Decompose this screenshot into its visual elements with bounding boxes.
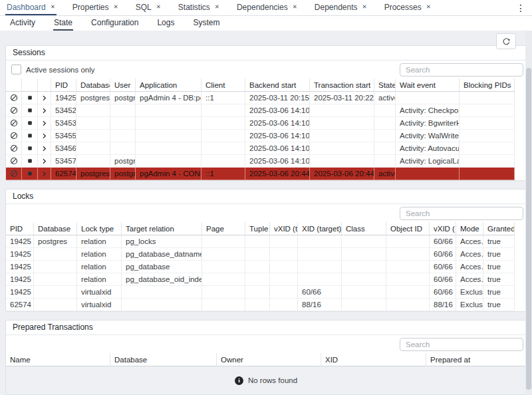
cancel-query-icon[interactable] [10,157,18,165]
table-row[interactable]: 19425relationpg_database60/66Acces…true [6,261,515,273]
terminate-session-icon[interactable] [26,170,34,178]
close-tab-icon[interactable]: ✕ [215,4,219,10]
refresh-button[interactable] [496,33,516,49]
table-row[interactable]: 62574virtualxid88/1688/16Exclusi…true [6,299,515,311]
terminate-session-icon[interactable] [26,132,34,140]
expand-row-icon[interactable] [41,120,48,127]
column-header-tuple[interactable]: Tuple [245,222,270,235]
cell: true [483,261,515,273]
scrollbar-thumb[interactable] [526,68,531,390]
tab-dependencies[interactable]: Dependencies✕ [235,0,299,15]
expand-row-icon[interactable] [41,107,48,114]
table-row[interactable]: 19425postgrespostgr…pgAdmin 4 - DB:post…… [6,92,515,104]
cell: 62574 [6,299,34,311]
sessions-search-input[interactable] [400,63,523,76]
cancel-query-icon[interactable] [10,119,18,127]
terminate-session-icon[interactable] [26,106,34,114]
tab-logs[interactable]: Logs [156,16,175,31]
column-header-database[interactable]: Database [76,78,110,92]
cell: 2025-03-11 20:15:46 … [245,92,310,104]
table-row[interactable]: 19425relationpg_database_datname_ind…60/… [6,248,515,261]
column-header-prepared-at[interactable]: Prepared at [426,353,526,366]
close-tab-icon[interactable]: ✕ [362,4,367,10]
column-header-pid[interactable]: PID [51,78,76,92]
column-header-wait-event[interactable]: Wait event [396,78,460,92]
locks-search-input[interactable] [400,207,523,220]
column-header-database[interactable]: Database [34,222,77,235]
column-header-target-relation[interactable]: Target relation [122,222,202,235]
terminate-session-icon[interactable] [26,157,34,165]
expand-row-icon[interactable] [41,158,48,165]
column-header-client[interactable]: Client [201,78,245,92]
column-header-xid-target-[interactable]: XID (target) [298,222,342,235]
tab-configuration[interactable]: Configuration [90,16,139,31]
kebab-menu-icon[interactable]: ⋮ [515,3,527,13]
table-row[interactable]: 53457postgr…2025-03-06 14:10:11 …Activit… [6,155,515,168]
column-header-mode[interactable]: Mode [456,222,483,235]
column-header-vxid-[interactable]: vXID (… [430,222,456,235]
cell: 88/16 [430,299,456,311]
expand-row-cell [38,104,51,117]
active-sessions-filter[interactable]: Active sessions only [11,65,95,74]
tab-state[interactable]: State [53,16,73,31]
expand-row-icon[interactable] [41,170,48,178]
table-row[interactable]: 534532025-03-06 14:10:11 …Activity: Bgwr… [6,117,515,130]
column-header-lock-type[interactable]: Lock type [77,222,122,235]
expand-row-icon[interactable] [41,132,48,140]
tab-statistics[interactable]: Statistics✕ [177,0,221,15]
tab-dashboard[interactable]: Dashboard✕ [5,0,57,15]
cancel-query-cell [6,130,22,142]
column-header-xid[interactable]: XID [321,353,426,366]
tab-dependents[interactable]: Dependents✕ [313,0,368,15]
cancel-query-icon[interactable] [10,106,18,114]
close-tab-icon[interactable]: ✕ [51,4,55,10]
table-row[interactable]: 19425relationpg_database_oid_index60/66A… [6,273,515,286]
table-row[interactable]: 534522025-03-06 14:10:11 …Activity: Chec… [6,104,515,117]
cell: relation [77,248,122,261]
terminate-session-icon[interactable] [26,144,34,152]
close-tab-icon[interactable]: ✕ [293,4,297,10]
cancel-query-icon[interactable] [10,94,18,102]
tab-system[interactable]: System [192,16,220,31]
tab-activity[interactable]: Activity [9,16,36,31]
action-column-header [6,78,22,92]
table-row[interactable]: 534562025-03-06 14:10:11 …Activity: Auto… [6,142,515,155]
column-header-state[interactable]: State [374,78,396,92]
vertical-scrollbar[interactable] [525,31,532,395]
cell [460,92,515,104]
terminate-session-icon[interactable] [26,119,34,127]
close-tab-icon[interactable]: ✕ [426,4,431,10]
expand-row-icon[interactable] [41,145,48,152]
column-header-transaction-start[interactable]: Transaction start [310,78,374,92]
table-row[interactable]: 19425postgresrelationpg_locks60/66Acces…… [6,235,515,248]
tab-sql[interactable]: SQL✕ [134,0,162,15]
column-header-vxid-t-[interactable]: vXID (t… [270,222,298,235]
close-tab-icon[interactable]: ✕ [114,4,118,10]
column-header-application[interactable]: Application [136,78,201,92]
column-header-page[interactable]: Page [202,222,245,235]
cancel-query-icon[interactable] [10,132,18,140]
column-header-pid[interactable]: PID [6,222,34,235]
table-row[interactable]: 19425virtualxid60/6660/66Exclusi…true [6,286,515,299]
column-header-class[interactable]: Class [342,222,386,235]
column-header-granted-[interactable]: Granted? [483,222,515,235]
column-header-owner[interactable]: Owner [217,353,321,366]
close-tab-icon[interactable]: ✕ [156,4,161,10]
column-header-backend-start[interactable]: Backend start [245,78,310,92]
cell [76,104,110,117]
column-header-blocking-pids[interactable]: Blocking PIDs [460,78,515,92]
cancel-query-icon[interactable] [10,170,18,178]
expand-row-icon[interactable] [41,94,48,102]
column-header-object-id[interactable]: Object ID [386,222,430,235]
tab-properties[interactable]: Properties✕ [71,0,120,15]
table-row[interactable]: 534552025-03-06 14:10:11 …Activity: WalW… [6,130,515,142]
prepared-search-input[interactable] [400,338,523,351]
column-header-database[interactable]: Database [110,353,217,366]
column-header-name[interactable]: Name [6,353,110,366]
active-sessions-checkbox[interactable] [11,65,21,74]
table-row[interactable]: 62574postgrespostgr…pgAdmin 4 - CONN:6…:… [6,168,515,180]
tab-processes[interactable]: Processes✕ [383,0,432,15]
terminate-session-icon[interactable] [26,94,34,102]
column-header-user[interactable]: User [110,78,136,92]
cancel-query-icon[interactable] [10,144,18,152]
